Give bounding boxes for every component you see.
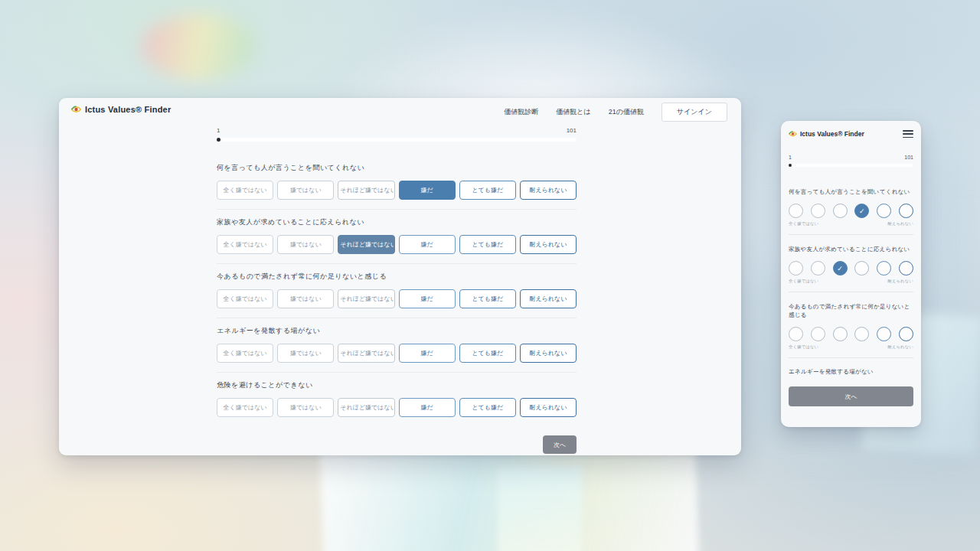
answer-option[interactable] [811, 204, 825, 218]
answer-option[interactable]: 嫌だ [399, 181, 456, 200]
answer-option[interactable]: それほど嫌ではない [338, 289, 394, 308]
answer-option[interactable]: 全く嫌ではない [217, 344, 273, 363]
question-block: 今あるもので満たされず常に何か足りないと感じる全く嫌ではない嫌ではないそれほど嫌… [217, 272, 577, 318]
answer-option[interactable]: 耐えられない [520, 289, 577, 308]
answer-option[interactable]: とても嫌だ [459, 235, 516, 254]
question-text: 家族や友人が求めていることに応えられない [789, 245, 913, 253]
scale-extreme-labels: 全く嫌ではない耐えられない [789, 344, 913, 350]
answer-option[interactable]: 嫌ではない [277, 398, 334, 417]
answer-option[interactable] [899, 327, 913, 341]
nav-item-about-values[interactable]: 価値観とは [556, 107, 590, 117]
question-text: エネルギーを発散する場がない [217, 326, 577, 336]
answer-options: 全く嫌ではない嫌ではないそれほど嫌ではない嫌だとても嫌だ耐えられない [217, 181, 577, 200]
question-block: 家族や友人が求めていることに応えられない全く嫌ではない嫌ではないそれほど嫌ではな… [217, 217, 577, 264]
scale-extreme-labels: 全く嫌ではない耐えられない [789, 279, 913, 284]
question-block: 何を言っても人が言うことを聞いてくれない全く嫌ではない嫌ではないそれほど嫌ではな… [217, 163, 577, 210]
answer-option[interactable]: 嫌だ [399, 289, 456, 308]
answer-option[interactable]: とても嫌だ [459, 398, 516, 417]
answer-option-selected[interactable]: ✓ [833, 261, 848, 276]
answer-option[interactable]: とても嫌だ [459, 181, 516, 200]
answer-option[interactable]: 嫌だ [399, 235, 456, 254]
progress-indicator-dot [217, 138, 220, 142]
menu-icon[interactable] [903, 130, 913, 138]
answer-option[interactable]: それほど嫌ではない [338, 235, 394, 254]
answer-option[interactable]: それほど嫌ではない [338, 398, 394, 417]
answer-option[interactable] [833, 204, 848, 218]
answer-option[interactable]: 耐えられない [520, 181, 577, 200]
mobile-header: Ictus Values® Finder [789, 130, 913, 138]
question-text: 危険を避けることができない [217, 380, 577, 390]
max-label: 耐えられない [887, 221, 913, 227]
answer-option[interactable] [811, 327, 825, 341]
window-header: Ictus Values® Finder 価値観診断 価値観とは 21の価値観 … [59, 98, 741, 118]
answer-option[interactable] [877, 261, 891, 276]
mobile-brand-logo[interactable]: Ictus Values® Finder [789, 130, 864, 138]
answer-option[interactable]: とても嫌だ [459, 344, 516, 363]
nav-item-21-values[interactable]: 21の価値観 [609, 107, 644, 117]
answer-option[interactable]: 嫌ではない [277, 181, 334, 200]
answer-option[interactable]: 嫌だ [399, 398, 456, 417]
next-button[interactable]: 次へ [543, 435, 577, 454]
answer-option[interactable] [789, 327, 803, 341]
answer-option[interactable]: 全く嫌ではない [217, 181, 273, 200]
question-text: 家族や友人が求めていることに応えられない [217, 217, 577, 227]
answer-option[interactable]: 全く嫌ではない [217, 398, 273, 417]
answer-option[interactable] [899, 204, 913, 218]
scale-extreme-labels: 全く嫌ではない耐えられない [789, 221, 913, 227]
answer-options: ✓ [789, 204, 913, 218]
signin-button[interactable]: サインイン [662, 103, 727, 122]
answer-option[interactable]: 嫌だ [399, 344, 456, 363]
next-button[interactable]: 次へ [789, 386, 913, 406]
progress-indicator-dot [789, 164, 792, 167]
answer-option[interactable] [899, 261, 913, 276]
answer-option[interactable]: 嫌ではない [277, 235, 334, 254]
answer-option[interactable]: 嫌ではない [277, 289, 334, 308]
survey-window: Ictus Values® Finder 価値観診断 価値観とは 21の価値観 … [59, 98, 741, 455]
answer-options [789, 327, 913, 341]
answer-option[interactable] [854, 261, 869, 276]
max-label: 耐えられない [887, 279, 913, 284]
ictus-logo-icon [71, 106, 81, 113]
answer-option[interactable] [789, 204, 803, 218]
answer-option[interactable] [854, 327, 869, 341]
answer-option[interactable] [789, 261, 803, 276]
rainbow-flare [142, 14, 256, 80]
answer-options: 全く嫌ではない嫌ではないそれほど嫌ではない嫌だとても嫌だ耐えられない [217, 398, 577, 417]
answer-option[interactable]: 全く嫌ではない [217, 235, 273, 254]
answer-option[interactable]: とても嫌だ [459, 289, 516, 308]
nav-item-diagnosis[interactable]: 価値観診断 [504, 107, 538, 117]
answer-options: 全く嫌ではない嫌ではないそれほど嫌ではない嫌だとても嫌だ耐えられない [217, 344, 577, 363]
answer-option[interactable] [877, 327, 891, 341]
answer-options: 全く嫌ではない嫌ではないそれほど嫌ではない嫌だとても嫌だ耐えられない [217, 235, 577, 254]
answer-option[interactable]: 耐えられない [520, 398, 577, 417]
answer-option-selected[interactable]: ✓ [854, 204, 869, 218]
progress-start: 1 [789, 155, 792, 161]
min-label: 全く嫌ではない [789, 221, 818, 227]
mobile-survey-panel: Ictus Values® Finder 1 101 何を言っても人が言うことを… [781, 121, 921, 427]
question-text: 何を言っても人が言うことを聞いてくれない [217, 163, 577, 173]
answer-option[interactable]: 嫌ではない [277, 344, 334, 363]
top-nav: 価値観診断 価値観とは 21の価値観 サインイン [504, 103, 727, 122]
progress-bar [789, 164, 913, 167]
answer-options: ✓ [789, 261, 913, 276]
question-list: 何を言っても人が言うことを聞いてくれない全く嫌ではない嫌ではないそれほど嫌ではな… [217, 163, 577, 426]
desktop-background: Ictus Values® Finder 価値観診断 価値観とは 21の価値観 … [0, 0, 980, 551]
answer-option[interactable]: それほど嫌ではない [338, 344, 394, 363]
brand-name: Ictus Values® Finder [85, 105, 171, 114]
answer-option[interactable] [811, 261, 825, 276]
glass-sculpture-stem [498, 467, 582, 551]
answer-option[interactable]: 耐えられない [520, 235, 577, 254]
question-text: エネルギーを発散する場がない [789, 368, 913, 376]
max-label: 耐えられない [887, 344, 913, 350]
progress-end: 101 [567, 127, 577, 135]
progress-bar [217, 138, 577, 142]
question-text: 何を言っても人が言うことを聞いてくれない [789, 187, 913, 196]
answer-option[interactable] [833, 327, 848, 341]
progress-labels: 1 101 [789, 155, 913, 161]
answer-option[interactable]: 全く嫌ではない [217, 289, 273, 308]
answer-option[interactable] [877, 204, 891, 218]
answer-option[interactable]: それほど嫌ではない [338, 181, 394, 200]
answer-option[interactable]: 耐えられない [520, 344, 577, 363]
brand-logo[interactable]: Ictus Values® Finder [71, 105, 171, 114]
progress-end: 101 [904, 155, 913, 161]
